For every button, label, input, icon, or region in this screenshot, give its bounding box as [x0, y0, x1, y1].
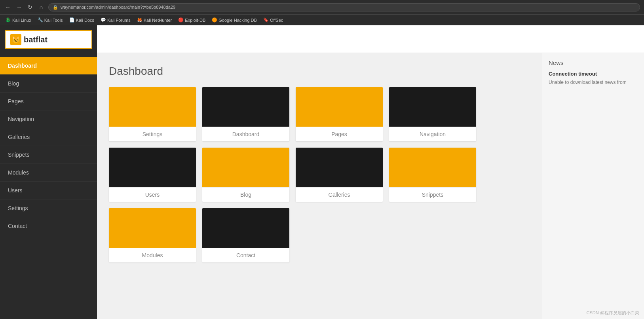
bookmark-label: Kali Linux [12, 18, 31, 23]
page-title: Dashboard [109, 65, 530, 78]
bookmark-kali-nethunter[interactable]: 🦊 Kali NetHunter [135, 17, 174, 23]
sidebar-item-blog[interactable]: Blog [0, 75, 97, 93]
bookmark-icon: 📄 [69, 17, 75, 23]
card-image-dashboard [202, 87, 289, 127]
card-contact[interactable]: Contact [202, 208, 289, 262]
bookmark-offsec[interactable]: 🔖 OffSec [262, 17, 285, 23]
logo-text: batflat [24, 35, 47, 44]
news-item: Connection timeout Unable to download la… [549, 71, 638, 86]
card-image-users [109, 148, 196, 187]
sidebar-item-settings[interactable]: Settings [0, 199, 97, 217]
card-image-pages [296, 87, 383, 127]
sidebar-item-users[interactable]: Users [0, 182, 97, 199]
card-snippets[interactable]: Snippets [389, 148, 476, 202]
cards-row1: Settings Dashboard Pages Navigation [109, 87, 530, 141]
card-label-pages: Pages [296, 127, 383, 141]
card-label-users: Users [109, 187, 196, 202]
bookmark-label: Kali NetHunter [144, 18, 172, 23]
bookmark-label: Kali Docs [76, 18, 94, 23]
bookmarks-bar: 🐉 Kali Linux 🔧 Kali Tools 📄 Kali Docs 💬 … [0, 14, 644, 25]
bookmark-label: Kali Forums [107, 18, 131, 23]
card-navigation[interactable]: Navigation [389, 87, 476, 141]
card-image-contact [202, 208, 289, 248]
cards-row2: Users Blog Galleries Snippets [109, 148, 530, 202]
card-image-modules [109, 208, 196, 248]
card-label-settings: Settings [109, 127, 196, 141]
sidebar-item-contact[interactable]: Contact [0, 217, 97, 235]
sidebar-item-pages[interactable]: Pages [0, 93, 97, 110]
news-panel-title: News [549, 59, 638, 66]
logo-text-bold: flat [36, 35, 47, 44]
bookmark-kali-forums[interactable]: 💬 Kali Forums [99, 17, 132, 23]
card-modules[interactable]: Modules [109, 208, 196, 262]
bookmark-icon: 🟠 [212, 17, 217, 23]
sidebar-item-navigation[interactable]: Navigation [0, 110, 97, 128]
card-label-blog: Blog [202, 187, 289, 202]
card-label-navigation: Navigation [389, 127, 476, 141]
cards-row3: Modules Contact [109, 208, 530, 262]
bookmark-icon: 🦊 [137, 17, 142, 23]
logo[interactable]: 😼 batflat [5, 30, 92, 49]
main-content: Dashboard Settings Dashboard Pages [97, 25, 644, 319]
bookmark-icon: 🐉 [6, 17, 11, 23]
bookmark-icon: 🔴 [178, 17, 184, 23]
card-image-snippets [389, 148, 476, 187]
sidebar-nav: Dashboard Blog Pages Navigation Gallerie… [0, 57, 97, 235]
url-text: waynemanor.com/admin/dashboard/main?t=be… [61, 5, 175, 9]
bookmark-exploit-db[interactable]: 🔴 Exploit-DB [177, 17, 207, 23]
card-label-snippets: Snippets [389, 187, 476, 202]
app-layout: 😼 batflat Dashboard Blog Pages Navigatio… [0, 25, 644, 319]
bookmark-kali-docs[interactable]: 📄 Kali Docs [68, 17, 96, 23]
sidebar: 😼 batflat Dashboard Blog Pages Navigatio… [0, 25, 97, 319]
news-item-description: Unable to download latest news from [549, 79, 638, 86]
sidebar-item-dashboard[interactable]: Dashboard [0, 57, 97, 75]
card-dashboard[interactable]: Dashboard [202, 87, 289, 141]
bookmark-kali-linux[interactable]: 🐉 Kali Linux [4, 17, 33, 23]
address-bar[interactable]: 🔒 waynemanor.com/admin/dashboard/main?t=… [48, 3, 640, 11]
card-label-modules: Modules [109, 248, 196, 262]
logo-icon: 😼 [10, 34, 21, 45]
bookmark-kali-tools[interactable]: 🔧 Kali Tools [36, 17, 65, 23]
card-users[interactable]: Users [109, 148, 196, 202]
card-pages[interactable]: Pages [296, 87, 383, 141]
bookmark-icon: 💬 [101, 17, 106, 23]
card-image-settings [109, 87, 196, 127]
browser-chrome: ← → ↻ ⌂ 🔒 waynemanor.com/admin/dashboard… [0, 0, 644, 14]
bookmark-label: Exploit-DB [185, 18, 205, 23]
sidebar-item-modules[interactable]: Modules [0, 164, 97, 182]
content-area: Dashboard Settings Dashboard Pages [97, 53, 644, 319]
back-button[interactable]: ← [4, 3, 12, 11]
forward-button[interactable]: → [15, 3, 23, 11]
bookmark-icon: 🔧 [38, 17, 43, 23]
news-panel: News Connection timeout Unable to downlo… [542, 53, 644, 319]
watermark: CSDN @程序员届的小白菜 [587, 310, 639, 316]
card-image-navigation [389, 87, 476, 127]
main-header [97, 25, 644, 53]
bookmark-icon: 🔖 [263, 17, 269, 23]
card-settings[interactable]: Settings [109, 87, 196, 141]
bookmark-label: Google Hacking DB [218, 18, 257, 23]
bookmark-google-hacking[interactable]: 🟠 Google Hacking DB [210, 17, 258, 23]
bookmark-label: OffSec [270, 18, 283, 23]
card-image-galleries [296, 148, 383, 187]
card-label-dashboard: Dashboard [202, 127, 289, 141]
sidebar-item-snippets[interactable]: Snippets [0, 146, 97, 164]
card-label-galleries: Galleries [296, 187, 383, 202]
card-galleries[interactable]: Galleries [296, 148, 383, 202]
sidebar-item-galleries[interactable]: Galleries [0, 128, 97, 146]
home-button[interactable]: ⌂ [37, 3, 45, 11]
card-label-contact: Contact [202, 248, 289, 262]
security-icon: 🔒 [53, 5, 58, 10]
bookmark-label: Kali Tools [44, 18, 63, 23]
dashboard-area: Dashboard Settings Dashboard Pages [97, 53, 542, 319]
news-item-heading: Connection timeout [549, 71, 638, 77]
card-blog[interactable]: Blog [202, 148, 289, 202]
reload-button[interactable]: ↻ [26, 3, 34, 11]
card-image-blog [202, 148, 289, 187]
logo-text-regular: bat [24, 35, 36, 44]
